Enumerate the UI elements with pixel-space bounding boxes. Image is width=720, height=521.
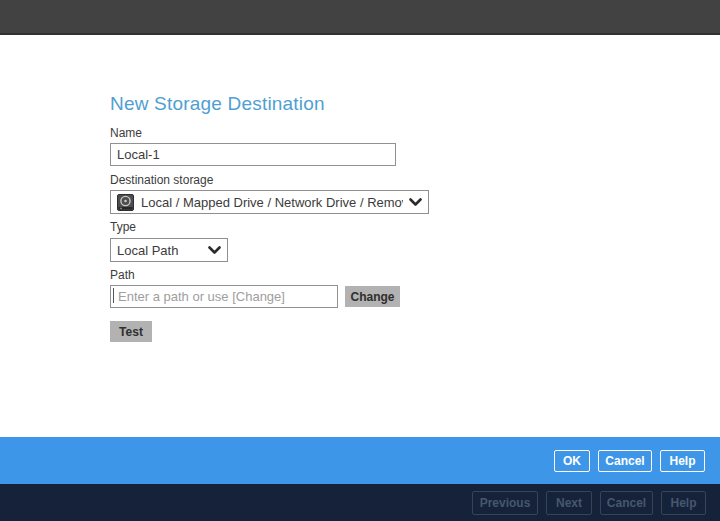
wizard-help-button: Help xyxy=(661,491,706,515)
wizard-cancel-button: Cancel xyxy=(600,491,653,515)
help-button[interactable]: Help xyxy=(660,450,705,472)
type-select[interactable]: Local Path xyxy=(110,238,228,262)
type-value: Local Path xyxy=(117,243,202,258)
destination-storage-label: Destination storage xyxy=(110,173,213,187)
destination-storage-select[interactable]: Local / Mapped Drive / Network Drive / R… xyxy=(110,190,429,214)
type-label: Type xyxy=(110,220,136,234)
path-label: Path xyxy=(110,268,135,282)
previous-button: Previous xyxy=(472,491,538,515)
name-label: Name xyxy=(110,126,142,140)
chevron-down-icon xyxy=(208,246,221,255)
app-top-bar xyxy=(0,0,720,35)
ok-button[interactable]: OK xyxy=(554,450,590,472)
destination-storage-value: Local / Mapped Drive / Network Drive / R… xyxy=(141,195,403,210)
cancel-button[interactable]: Cancel xyxy=(598,450,652,472)
chevron-down-icon xyxy=(409,198,422,207)
test-button[interactable]: Test xyxy=(110,321,152,342)
hard-drive-icon xyxy=(117,194,134,211)
dialog-content: New Storage Destination Name Destination… xyxy=(0,35,720,437)
page-title: New Storage Destination xyxy=(110,93,325,115)
change-button[interactable]: Change xyxy=(345,286,400,307)
dialog-footer: OK Cancel Help xyxy=(0,437,720,484)
next-button: Next xyxy=(546,491,592,515)
text-caret xyxy=(113,288,114,303)
path-input[interactable] xyxy=(110,285,338,308)
wizard-footer: Previous Next Cancel Help xyxy=(0,484,720,521)
name-input[interactable] xyxy=(110,143,396,166)
path-input-wrap xyxy=(110,285,338,308)
